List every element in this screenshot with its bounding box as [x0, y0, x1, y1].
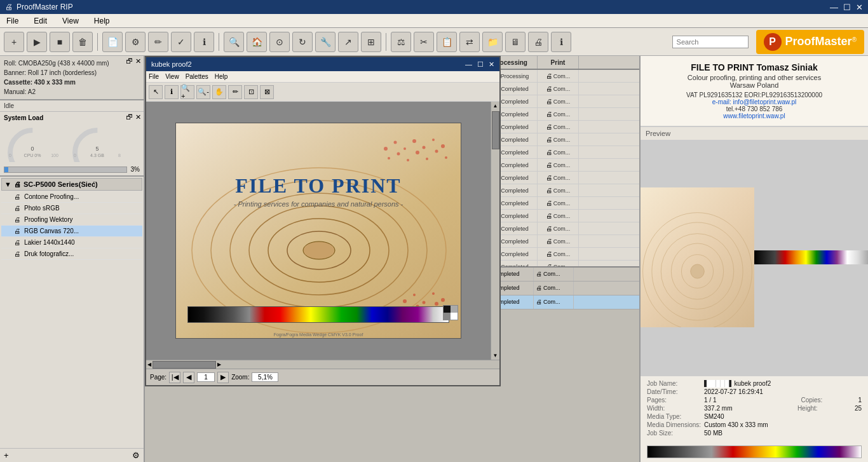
play-button[interactable]: ▶ — [27, 32, 47, 52]
fpw-scroll-up[interactable]: ▲ — [492, 102, 499, 110]
printer-item-1[interactable]: 🖨 Photo sRGB — [1, 203, 142, 214]
pen-button[interactable]: ✏ — [148, 32, 168, 52]
printer-item-2[interactable]: 🖨 Proofing Wektory — [1, 214, 142, 226]
page-input[interactable] — [197, 372, 215, 382]
svg-text:100: 100 — [51, 153, 58, 158]
add-printer-button[interactable]: + — [4, 451, 9, 460]
page-prev[interactable]: ◀ — [183, 372, 194, 383]
fpw-btn-edit[interactable]: ✏ — [228, 85, 242, 99]
fpw-btn-zoom-in[interactable]: 🔍+ — [180, 85, 194, 99]
fpw-title: kubek proof2 — [151, 60, 192, 68]
fpw-hscroll-thumb[interactable] — [153, 361, 216, 369]
menu-edit[interactable]: Edit — [30, 15, 51, 27]
fpw-page-zoom-bar: Page: |◀ ◀ ▶ Zoom: — [146, 369, 499, 385]
company-sub: Colour proofing, printing and other serv… — [649, 74, 859, 81]
settings-printer-button[interactable]: ⚙ — [132, 451, 140, 460]
company-web: www.filetoprint.waw.pl — [649, 112, 859, 119]
zoom-button[interactable]: 🔍 — [224, 32, 244, 52]
progress-bar-wrap: 3% — [4, 166, 140, 173]
tools-button[interactable]: 🔧 — [315, 32, 336, 52]
jd-label-width: Width: — [647, 405, 704, 412]
fpw-btn-pan[interactable]: ✋ — [212, 85, 226, 99]
menu-view[interactable]: View — [58, 15, 83, 27]
compare-button[interactable]: ⚖ — [391, 32, 411, 52]
sysload-close[interactable]: ✕ — [135, 113, 141, 121]
stop-button[interactable]: ■ — [50, 32, 70, 52]
refresh-button[interactable]: ↻ — [292, 32, 313, 52]
fpw-scroll-down[interactable]: ▼ — [492, 351, 499, 360]
grid-button[interactable]: ⊞ — [361, 32, 381, 52]
fpw-content: FILE TO PRINT - Printing services for co… — [146, 102, 499, 360]
sysload-restore[interactable]: 🗗 — [126, 113, 133, 121]
titlebar-controls: — ☐ ✕ — [830, 3, 863, 12]
svg-text:0: 0 — [74, 153, 76, 158]
printer-item-0[interactable]: 🖨 Contone Proofing... — [1, 191, 142, 203]
separator-3 — [386, 33, 386, 51]
delete-button[interactable]: 🗑 — [72, 32, 93, 52]
banner-info: Banner: Roll 17 inch (borderless) — [4, 68, 140, 78]
fpw-maximize[interactable]: ☐ — [477, 60, 484, 69]
info-panel-restore[interactable]: 🗗 — [126, 57, 133, 65]
cassette-info: Cassette: 430 x 333 mm — [4, 78, 140, 87]
fpw-close[interactable]: ✕ — [489, 60, 494, 69]
menu-help[interactable]: Help — [90, 15, 114, 27]
fpw-minimize[interactable]: — — [465, 60, 472, 69]
printer-button[interactable]: 🖨 — [528, 32, 548, 52]
maximize-button[interactable]: ☐ — [843, 3, 851, 12]
svg-text:4.3 GB: 4.3 GB — [90, 153, 104, 158]
app-icon: 🖨 — [5, 3, 13, 11]
swap-button[interactable]: ⇄ — [459, 32, 480, 52]
zoom-input[interactable] — [252, 372, 278, 382]
fpw-btn-zoom-out[interactable]: 🔍- — [196, 85, 210, 99]
printer-group-header[interactable]: ▼ 🖨 SC-P5000 Series(Sieć) — [1, 178, 142, 191]
fpw-scrollbar-v[interactable]: ▲ ▼ — [491, 102, 499, 360]
home-button[interactable]: 🏠 — [247, 32, 267, 52]
fpw-btn-zoom-fit[interactable]: ⊡ — [244, 85, 258, 99]
arrow-button[interactable]: ↗ — [338, 32, 358, 52]
monitor-button[interactable]: 🖥 — [505, 32, 526, 52]
fpw-menu-file[interactable]: File — [149, 73, 159, 80]
company-info: FILE TO PRINT Tomasz Siniak Colour proof… — [641, 56, 868, 127]
roll-info: Roll: CMOBA250g (438 x 44000 mm) — [4, 58, 140, 68]
fpw-hscroll-right[interactable]: ▶ — [216, 362, 222, 367]
folder-button[interactable]: 📁 — [482, 32, 503, 52]
target-button[interactable]: ⊙ — [269, 32, 290, 52]
copy-button[interactable]: 📋 — [437, 32, 457, 52]
minimize-button[interactable]: — — [830, 3, 838, 12]
settings-button[interactable]: ⚙ — [125, 32, 146, 52]
fpw-menu-help[interactable]: Help — [215, 73, 228, 80]
jd-value-datetime: 2022-07-27 16:29:41 — [704, 388, 862, 395]
page-first[interactable]: |◀ — [169, 372, 180, 383]
fpw-btn-pointer[interactable]: ↖ — [149, 85, 163, 99]
check-button[interactable]: ✓ — [171, 32, 191, 52]
sysload-title: System Load — [4, 114, 140, 121]
printer-item-4[interactable]: 🖨 Lakier 1440x1440 — [1, 237, 142, 248]
fpw-scroll-thumb[interactable] — [492, 111, 499, 149]
svg-point-27 — [403, 147, 406, 150]
printer-item-5[interactable]: 🖨 Druk fotograficz... — [1, 248, 142, 260]
fpw-menu-view[interactable]: View — [165, 73, 179, 80]
proof-subtitle: - Printing services for companies and na… — [195, 200, 442, 208]
menu-file[interactable]: File — [3, 15, 22, 27]
printer-panel[interactable]: ▼ 🖨 SC-P5000 Series(Sieć) 🖨 Contone Proo… — [0, 177, 144, 448]
fpw-btn-info[interactable]: ℹ — [165, 85, 179, 99]
printer-item-3[interactable]: 🖨 RGB Canvas 720... — [1, 226, 142, 237]
info-button[interactable]: ℹ — [194, 32, 214, 52]
printer-icon-main: 🖨 — [14, 180, 21, 188]
company-email: e-mail: info@filetoprint.waw.pl — [649, 99, 859, 105]
fpw-btn-zoom-page[interactable]: ⊠ — [260, 85, 274, 99]
close-button[interactable]: ✕ — [856, 3, 863, 12]
svg-point-47 — [435, 302, 438, 306]
page-next[interactable]: ▶ — [217, 372, 229, 383]
fpw-menu-palettes[interactable]: Palettes — [186, 73, 208, 80]
info-panel: 🗗 ✕ Roll: CMOBA250g (438 x 44000 mm) Ban… — [0, 56, 144, 100]
new-doc-button[interactable]: 📄 — [102, 32, 123, 52]
fpw-controls: — ☐ ✕ — [465, 60, 494, 69]
search-input[interactable] — [672, 36, 749, 48]
fpw-hscroll-left[interactable]: ◀ — [146, 362, 153, 367]
crop-button[interactable]: ✂ — [414, 32, 434, 52]
fpw-image-area: FILE TO PRINT - Printing services for co… — [146, 102, 491, 360]
badge-button[interactable]: ℹ — [551, 32, 571, 52]
add-button[interactable]: + — [4, 32, 24, 52]
info-panel-close[interactable]: ✕ — [135, 57, 141, 65]
